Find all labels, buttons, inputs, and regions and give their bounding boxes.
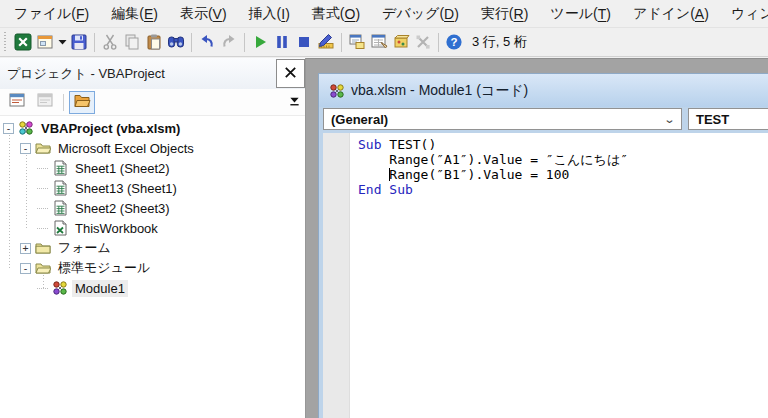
tree-item-module1[interactable]: Module1 xyxy=(0,278,305,298)
indicator-margin[interactable] xyxy=(323,133,350,418)
worksheet-icon xyxy=(52,160,69,176)
tree-item-label[interactable]: Sheet2 (Sheet3) xyxy=(72,200,173,217)
tree-item-label[interactable]: VBAProject (vba.xlsm) xyxy=(38,120,183,137)
cursor-position-status: 3 行, 5 桁 xyxy=(472,33,527,51)
vba-editor-window: ファイル(F)編集(E)表示(V)挿入(I)書式(O)デバッグ(D)実行(R)ツ… xyxy=(0,0,768,418)
project-panel-toolbar xyxy=(0,89,305,116)
close-panel-button[interactable] xyxy=(276,59,305,88)
code-content[interactable]: Sub TEST() Range(″A1″).Value = ″こんにちは″ R… xyxy=(350,133,768,418)
tree-connector xyxy=(37,288,48,289)
collapse-icon[interactable]: - xyxy=(20,143,31,154)
tree-item-label[interactable]: フォーム xyxy=(55,238,114,258)
toolbar-grip-handle[interactable] xyxy=(2,32,9,53)
menu-tools[interactable]: ツール(T) xyxy=(539,0,622,27)
redo-icon xyxy=(218,31,240,53)
view-code-icon xyxy=(8,91,26,113)
view-code-button[interactable] xyxy=(4,91,30,114)
menu-debug[interactable]: デバッグ(D) xyxy=(371,0,470,27)
tree-item-label[interactable]: Microsoft Excel Objects xyxy=(55,140,197,157)
tree-item-thisworkbook[interactable]: ThisWorkbook xyxy=(0,218,305,238)
collapse-icon[interactable]: - xyxy=(3,123,14,134)
worksheet-icon xyxy=(52,200,69,216)
folder-open-icon xyxy=(35,260,52,276)
tree-item-sheet2[interactable]: Sheet2 (Sheet3) xyxy=(0,198,305,218)
toggle-folders-button[interactable] xyxy=(69,91,95,114)
properties-window-icon[interactable] xyxy=(368,31,390,53)
copy-icon xyxy=(121,31,143,53)
help-icon[interactable]: ? xyxy=(443,31,465,53)
toolbar-items: ? xyxy=(12,31,465,53)
collapse-icon[interactable]: - xyxy=(20,263,31,274)
tree-item-forms[interactable]: +フォーム xyxy=(0,238,305,258)
chevron-down-icon: ⌄ xyxy=(663,113,675,126)
standard-toolbar: ? 3 行, 5 桁 xyxy=(0,28,768,57)
menu-addins[interactable]: アドイン(A) xyxy=(622,0,720,27)
code-line[interactable]: Sub TEST() xyxy=(358,137,768,152)
chevron-down-icon xyxy=(289,93,300,111)
code-window-titlebar[interactable]: vba.xlsm - Module1 (コード) xyxy=(319,74,768,107)
menu-run[interactable]: 実行(R) xyxy=(470,0,539,27)
tree-connector xyxy=(37,168,48,169)
menu-view[interactable]: 表示(V) xyxy=(169,0,238,27)
object-browser-icon[interactable] xyxy=(390,31,412,53)
panel-toolbar-separator xyxy=(63,94,64,111)
tree-item-label[interactable]: Module1 xyxy=(72,280,128,297)
find-icon[interactable] xyxy=(165,31,187,53)
insert-userform-icon[interactable] xyxy=(34,31,56,53)
tree-item-excel-objects[interactable]: -Microsoft Excel Objects xyxy=(0,138,305,158)
code-window-title: vba.xlsm - Module1 (コード) xyxy=(351,82,528,100)
expand-icon[interactable]: + xyxy=(20,243,31,254)
menu-insert[interactable]: 挿入(I) xyxy=(238,0,301,27)
cut-icon xyxy=(99,31,121,53)
insert-dropdown-icon[interactable] xyxy=(56,31,68,53)
run-sub-icon[interactable] xyxy=(249,31,271,53)
design-mode-icon[interactable] xyxy=(315,31,337,53)
menu-file[interactable]: ファイル(F) xyxy=(3,0,100,27)
tree-item-modules[interactable]: -標準モジュール xyxy=(0,258,305,278)
project-explorer-panel: プロジェクト - VBAProject -VBAProject (vba.xls… xyxy=(0,58,306,418)
toolbar-separator xyxy=(244,33,245,52)
vba-project-icon xyxy=(18,120,35,136)
view-object-button xyxy=(32,91,58,114)
toolbox-icon xyxy=(412,31,434,53)
workbook-icon xyxy=(52,220,69,236)
tree-item-label[interactable]: ThisWorkbook xyxy=(72,220,161,237)
tree-item-sheet13[interactable]: Sheet13 (Sheet1) xyxy=(0,178,305,198)
view-microsoft-excel-icon[interactable] xyxy=(12,31,34,53)
tree-connector xyxy=(37,208,48,209)
menu-format[interactable]: 書式(O) xyxy=(301,0,371,27)
tree-item-sheet1[interactable]: Sheet1 (Sheet2) xyxy=(0,158,305,178)
project-panel-header: プロジェクト - VBAProject xyxy=(0,58,305,89)
menu-window[interactable]: ウィンドウ(W) xyxy=(720,0,768,27)
svg-text:?: ? xyxy=(450,36,457,48)
code-line[interactable]: Range(″A1″).Value = ″こんにちは″ xyxy=(358,152,768,167)
scroll-down-button[interactable] xyxy=(286,94,302,110)
procedure-dropdown-value: TEST xyxy=(696,112,729,127)
close-icon xyxy=(283,65,298,83)
break-icon[interactable] xyxy=(271,31,293,53)
save-icon[interactable] xyxy=(68,31,90,53)
code-line[interactable]: Range(″B1″).Value = 100 xyxy=(358,167,768,182)
folder-open-icon xyxy=(35,140,52,156)
toolbar-separator xyxy=(341,33,342,52)
paste-icon[interactable] xyxy=(143,31,165,53)
reset-icon[interactable] xyxy=(293,31,315,53)
tree-item-label[interactable]: Sheet13 (Sheet1) xyxy=(72,180,180,197)
procedure-dropdown[interactable]: TEST xyxy=(688,108,768,130)
menu-edit[interactable]: 編集(E) xyxy=(100,0,169,27)
object-dropdown-value: (General) xyxy=(331,112,388,127)
code-window: vba.xlsm - Module1 (コード) (General) ⌄ TES… xyxy=(318,73,768,418)
menu-items: ファイル(F)編集(E)表示(V)挿入(I)書式(O)デバッグ(D)実行(R)ツ… xyxy=(3,0,768,27)
toolbar-separator xyxy=(191,33,192,52)
code-pane: Sub TEST() Range(″A1″).Value = ″こんにちは″ R… xyxy=(323,133,768,418)
undo-icon[interactable] xyxy=(196,31,218,53)
tree-item-vbaproject[interactable]: -VBAProject (vba.xlsm) xyxy=(0,118,305,138)
project-tree: -VBAProject (vba.xlsm)-Microsoft Excel O… xyxy=(0,116,305,418)
tree-item-label[interactable]: 標準モジュール xyxy=(55,258,153,278)
project-explorer-icon[interactable] xyxy=(346,31,368,53)
code-line[interactable]: End Sub xyxy=(358,182,768,197)
workspace: プロジェクト - VBAProject -VBAProject (vba.xls… xyxy=(0,58,768,418)
object-dropdown[interactable]: (General) ⌄ xyxy=(323,108,682,130)
folder-closed-icon xyxy=(35,240,52,256)
tree-item-label[interactable]: Sheet1 (Sheet2) xyxy=(72,160,173,177)
